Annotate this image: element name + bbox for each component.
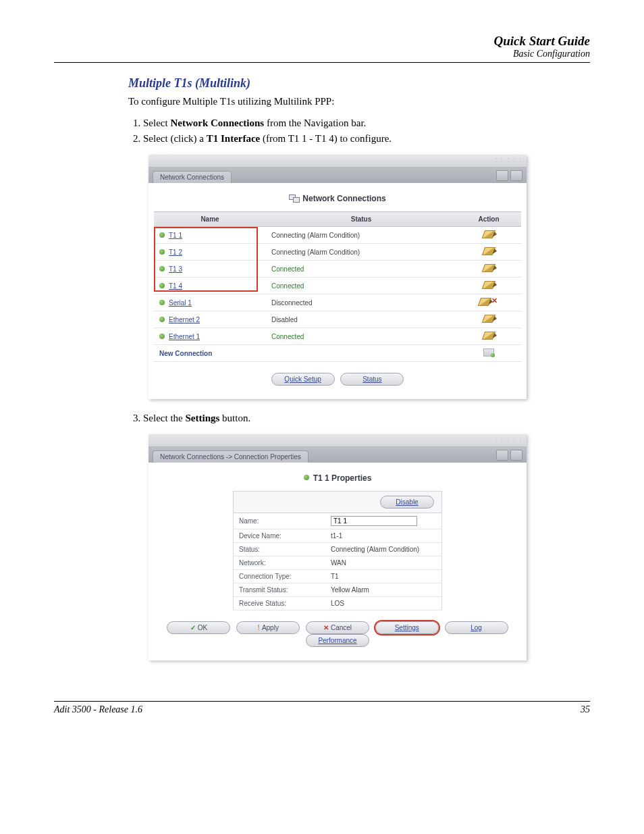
header-title: Quick Start Guide bbox=[54, 34, 590, 49]
conn-link-t11[interactable]: T1 1 bbox=[169, 232, 182, 239]
properties-table: Disable Name: Device Name: t1-1 Status: … bbox=[233, 491, 442, 610]
step-2-post: (from T1 1 - T1 4) to configure. bbox=[260, 133, 392, 144]
status-cell: Disconnected bbox=[266, 294, 456, 311]
status-dot-icon bbox=[159, 334, 165, 339]
tab-network-connections[interactable]: Network Connections bbox=[153, 171, 232, 183]
disable-button[interactable]: Disable bbox=[380, 496, 434, 509]
status-cell: Connected bbox=[266, 278, 456, 294]
prop-row-tx: Transmit Status: Yellow Alarm bbox=[234, 583, 442, 597]
edit-icon[interactable] bbox=[482, 332, 495, 340]
panel-top-bar: : : : : : bbox=[149, 155, 527, 167]
prop-label: Receive Status: bbox=[234, 597, 326, 610]
status-dot-icon bbox=[304, 475, 309, 480]
prop-row-name: Name: bbox=[234, 513, 442, 529]
step-2-bold: T1 Interface bbox=[207, 133, 261, 144]
panel-heading: Network Connections bbox=[154, 194, 521, 203]
panel-body: Network Connections Name Status Action T… bbox=[149, 183, 527, 399]
status-dot-icon bbox=[159, 317, 165, 322]
table-row: Ethernet 2 Disabled bbox=[154, 311, 521, 328]
conn-link-eth2[interactable]: Ethernet 2 bbox=[169, 316, 200, 323]
table-row: T1 4 Connected bbox=[154, 278, 521, 294]
col-name: Name bbox=[154, 212, 266, 227]
footer-page-number: 35 bbox=[581, 704, 590, 715]
screenshot-t1-properties: : : : : : Network Connections -> Connect… bbox=[149, 434, 527, 660]
exclamation-icon: ! bbox=[258, 624, 260, 631]
prop-row-rx: Receive Status: LOS bbox=[234, 597, 442, 610]
tab-bar-right-icons bbox=[496, 170, 522, 183]
delete-icon[interactable] bbox=[491, 298, 498, 306]
edit-icon[interactable] bbox=[482, 230, 495, 238]
table-row: T1 1 Connecting (Alarm Condition) bbox=[154, 227, 521, 244]
status-button[interactable]: Status bbox=[340, 373, 404, 386]
panel-top-bar: : : : : : bbox=[149, 434, 527, 447]
steps-list: Select Network Connections from the Navi… bbox=[128, 118, 590, 145]
status-cell: Connecting (Alarm Condition) bbox=[266, 244, 456, 261]
step-3-pre: Select the bbox=[143, 413, 185, 423]
connections-table: Name Status Action T1 1 Connecting (Alar… bbox=[154, 211, 521, 362]
toolbar-icon-2[interactable] bbox=[510, 170, 522, 181]
tab-bar: Network Connections -> Connection Proper… bbox=[149, 447, 527, 463]
apply-button-label: Apply bbox=[262, 624, 279, 631]
prop-label: Device Name: bbox=[234, 529, 326, 543]
ok-button[interactable]: ✓OK bbox=[167, 621, 230, 634]
toolbar-icon-1[interactable] bbox=[496, 450, 508, 461]
toolbar-icon-1[interactable] bbox=[496, 170, 508, 181]
edit-icon[interactable] bbox=[482, 281, 495, 289]
panel-heading: T1 1 Properties bbox=[154, 473, 521, 483]
prop-label: Name: bbox=[234, 513, 326, 529]
col-action: Action bbox=[456, 212, 521, 227]
status-dot-icon bbox=[159, 283, 165, 288]
quick-setup-button[interactable]: Quick Setup bbox=[271, 373, 335, 386]
settings-button[interactable]: Settings bbox=[375, 621, 439, 634]
edit-icon[interactable] bbox=[478, 298, 491, 306]
button-row: ✓OK !Apply ✕Cancel Settings Log Performa… bbox=[154, 621, 521, 647]
prop-value: T1 bbox=[325, 570, 442, 583]
log-button[interactable]: Log bbox=[445, 621, 508, 634]
prop-label: Connection Type: bbox=[234, 570, 326, 583]
name-input[interactable] bbox=[331, 516, 417, 526]
conn-link-serial1[interactable]: Serial 1 bbox=[169, 299, 192, 307]
conn-link-t13[interactable]: T1 3 bbox=[169, 265, 182, 273]
prop-value: WAN bbox=[325, 556, 442, 570]
edit-icon[interactable] bbox=[482, 315, 495, 323]
edit-icon[interactable] bbox=[482, 264, 495, 272]
performance-button[interactable]: Performance bbox=[306, 634, 369, 647]
status-cell: Connected bbox=[266, 261, 456, 278]
prop-label: Network: bbox=[234, 556, 326, 570]
status-dot-icon bbox=[159, 232, 165, 238]
tab-bar-right-icons bbox=[496, 450, 522, 463]
step-1-bold: Network Connections bbox=[170, 118, 264, 128]
prop-label: Transmit Status: bbox=[234, 583, 326, 597]
cancel-button[interactable]: ✕Cancel bbox=[306, 621, 369, 634]
new-connection-link[interactable]: New Connection bbox=[159, 350, 212, 357]
toolbar-icon-2[interactable] bbox=[510, 450, 522, 461]
conn-link-eth1[interactable]: Ethernet 1 bbox=[169, 333, 200, 340]
table-row: Ethernet 1 Connected bbox=[154, 328, 521, 345]
steps-list-2: Select the Settings button. bbox=[128, 413, 590, 424]
apply-button[interactable]: !Apply bbox=[236, 621, 300, 634]
prop-value: t1-1 bbox=[325, 529, 442, 543]
add-icon[interactable] bbox=[483, 348, 494, 357]
step-3-bold: Settings bbox=[185, 413, 219, 423]
prop-value: Connecting (Alarm Condition) bbox=[325, 543, 442, 556]
edit-icon[interactable] bbox=[482, 247, 495, 255]
panel-body: T1 1 Properties Disable Name: Device Nam… bbox=[149, 463, 527, 660]
step-3: Select the Settings button. bbox=[143, 413, 590, 424]
table-row: Serial 1 Disconnected bbox=[154, 294, 521, 311]
button-row: Quick Setup Status bbox=[154, 373, 521, 386]
grip-dots-icon: : : : : : bbox=[495, 436, 522, 443]
tab-bar: Network Connections bbox=[149, 167, 527, 183]
status-cell: Connecting (Alarm Condition) bbox=[266, 227, 456, 244]
step-3-post: button. bbox=[219, 413, 250, 423]
header-subtitle: Basic Configuration bbox=[54, 49, 590, 59]
check-icon: ✓ bbox=[190, 624, 196, 631]
conn-link-t14[interactable]: T1 4 bbox=[169, 282, 182, 290]
step-1-pre: Select bbox=[143, 118, 170, 128]
tab-connection-properties[interactable]: Network Connections -> Connection Proper… bbox=[153, 450, 308, 463]
status-cell: Disabled bbox=[266, 311, 456, 328]
connections-table-wrap: Name Status Action T1 1 Connecting (Alar… bbox=[154, 211, 521, 362]
conn-link-t12[interactable]: T1 2 bbox=[169, 249, 182, 256]
step-2: Select (click) a T1 Interface (from T1 1… bbox=[143, 133, 590, 145]
ok-button-label: OK bbox=[198, 624, 207, 631]
network-icon bbox=[289, 194, 300, 203]
